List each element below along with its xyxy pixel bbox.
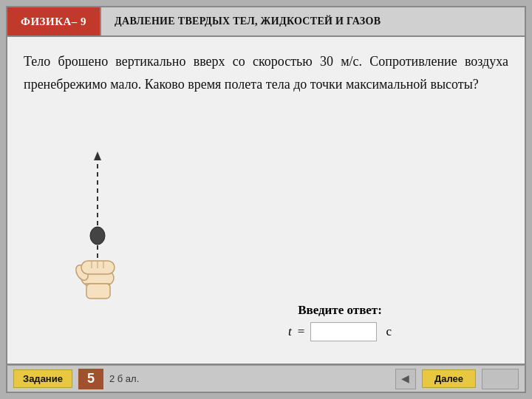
svg-point-2: [90, 227, 105, 245]
subject-label: ФИЗИКА– 9: [7, 7, 101, 35]
svg-marker-1: [94, 151, 101, 160]
bottom-section: Введите ответ: t = с: [24, 103, 508, 356]
header: ФИЗИКА– 9 ДАВЛЕНИЕ ТВЕРДЫХ ТЕЛ, ЖИДКОСТЕ…: [6, 6, 526, 37]
dalee-button[interactable]: Далее: [422, 369, 476, 388]
answer-input[interactable]: [310, 322, 377, 341]
topic-title: ДАВЛЕНИЕ ТВЕРДЫХ ТЕЛ, ЖИДКОСТЕЙ И ГАЗОВ: [101, 7, 525, 35]
physics-diagram: [50, 149, 146, 311]
illustration: [24, 103, 171, 356]
score-label: 2 б ал.: [109, 373, 139, 384]
enter-answer-label: Введите ответ:: [298, 303, 382, 318]
footer: Задание 5 2 б ал. ◀ Далее: [6, 365, 526, 393]
answer-row: t = с: [288, 322, 392, 341]
question-text: Тело брошено вертикально вверх со скорос…: [24, 50, 508, 95]
app-wrapper: ФИЗИКА– 9 ДАВЛЕНИЕ ТВЕРДЫХ ТЕЛ, ЖИДКОСТЕ…: [0, 0, 532, 399]
answer-unit: с: [386, 324, 392, 339]
nav-right-area: [482, 369, 519, 389]
answer-equals: =: [298, 324, 305, 339]
zadanie-button[interactable]: Задание: [13, 369, 72, 388]
nav-left-button[interactable]: ◀: [395, 369, 416, 389]
svg-rect-10: [86, 284, 110, 299]
answer-variable: t: [288, 324, 292, 339]
answer-section: Введите ответ: t = с: [171, 103, 508, 356]
task-number-badge: 5: [78, 369, 103, 389]
content-area: Тело брошено вертикально вверх со скорос…: [6, 37, 526, 365]
